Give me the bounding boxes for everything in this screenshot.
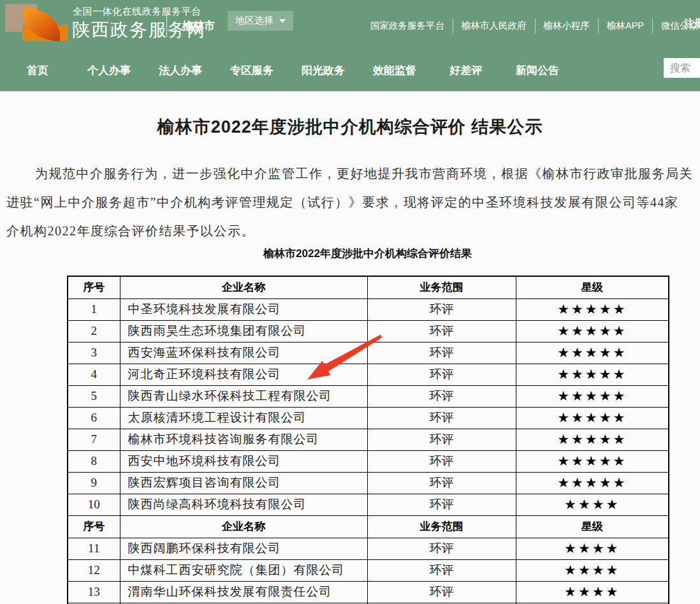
table-row: 13渭南华山环保科技发展有限责任公司环评★★★★ bbox=[68, 581, 669, 603]
column-header: 序号 bbox=[68, 515, 120, 538]
column-header: 企业名称 bbox=[120, 276, 367, 298]
cell-name: 榆林市环境科技咨询服务有限公司 bbox=[120, 429, 367, 450]
table-header-row: 序号企业名称业务范围星级 bbox=[68, 515, 669, 538]
cell-stars: ★★★★★ bbox=[516, 450, 669, 472]
column-header: 业务范围 bbox=[367, 276, 516, 298]
nav-item-7[interactable]: 好差评 bbox=[430, 63, 502, 78]
site-logo[interactable] bbox=[5, 4, 64, 41]
cell-stars: ★★★★ bbox=[516, 581, 669, 603]
cell-no: 5 bbox=[68, 385, 120, 407]
cell-scope: 环评 bbox=[367, 385, 516, 407]
table-row: 3西安海蓝环保科技有限公司环评★★★★★ bbox=[68, 342, 669, 364]
nav-item-6[interactable]: 效能监督 bbox=[359, 63, 430, 78]
cell-no: 12 bbox=[68, 559, 120, 581]
cell-stars: ★★★★★ bbox=[516, 407, 669, 429]
notice-paragraph: 为规范中介服务行为，进一步强化中介监管工作，更好地提升我市营商环境，根据《榆林市… bbox=[6, 159, 700, 246]
table-row: 6太原核清环境工程设计有限公司环评★★★★★ bbox=[68, 407, 669, 429]
evaluation-table: 序号企业名称业务范围星级1中圣环境科技发展有限公司环评★★★★★2陕西雨昊生态环… bbox=[67, 276, 669, 604]
nav-item-8[interactable]: 新闻公告 bbox=[502, 63, 573, 78]
cell-scope: 环评 bbox=[367, 407, 516, 429]
cell-name: 陕西阔鹏环保科技有限公司 bbox=[120, 538, 367, 559]
current-city-label: 榆林市 bbox=[182, 18, 215, 33]
paragraph-line: 介机构2022年度综合评价结果予以公示。 bbox=[6, 217, 700, 246]
cell-name: 中圣环境科技发展有限公司 bbox=[120, 298, 367, 320]
cell-stars: ★★★★★ bbox=[516, 298, 669, 320]
cell-no: 13 bbox=[68, 581, 120, 603]
table-row: 9陕西宏辉项目咨询有限公司环评★★★★★ bbox=[68, 472, 669, 494]
cell-no: 11 bbox=[68, 538, 120, 559]
cell-stars: ★★★★ bbox=[516, 559, 669, 581]
column-header: 星级 bbox=[516, 515, 669, 538]
page-title: 榆林市2022年度涉批中介机构综合评价 结果公示 bbox=[0, 115, 700, 138]
cell-no: 1 bbox=[68, 298, 120, 320]
nav-item-5[interactable]: 阳光政务 bbox=[288, 63, 359, 78]
header-links: 国家政务服务平台榆林市人民政府榆林小程序榆林APP微信公众号 bbox=[362, 18, 700, 33]
column-header: 序号 bbox=[68, 276, 120, 298]
nav-item-3[interactable]: 法人办事 bbox=[145, 63, 216, 78]
cell-name: 河北奇正环境科技有限公司 bbox=[120, 364, 367, 385]
cell-no: 4 bbox=[68, 364, 120, 385]
cell-no: 9 bbox=[68, 472, 120, 494]
table-row: 8西安中地环境科技有限公司环评★★★★★ bbox=[68, 450, 669, 472]
cell-name: 西安海蓝环保科技有限公司 bbox=[120, 342, 367, 364]
cell-no: 10 bbox=[68, 494, 120, 515]
cell-scope: 环评 bbox=[367, 450, 516, 472]
table-row: 7榆林市环境科技咨询服务有限公司环评★★★★★ bbox=[68, 429, 669, 450]
cell-scope: 环评 bbox=[367, 581, 516, 603]
column-header: 业务范围 bbox=[367, 515, 516, 538]
cell-stars: ★★★★★ bbox=[516, 429, 669, 450]
register-link[interactable]: 注册 bbox=[684, 17, 700, 31]
cell-name: 陕西青山绿水环保科技工程有限公司 bbox=[120, 385, 367, 407]
cell-stars: ★★★★ bbox=[516, 494, 669, 515]
paragraph-line: 进驻“网上中介服务超市”中介机构考评管理规定（试行）》要求，现将评定的中圣环境科… bbox=[6, 188, 700, 217]
cell-name: 陕西宏辉项目咨询有限公司 bbox=[120, 472, 367, 494]
table-row: 12中煤科工西安研究院（集团）有限公司环评★★★★ bbox=[68, 559, 669, 581]
cell-scope: 环评 bbox=[367, 342, 516, 364]
table-caption: 榆林市2022年度涉批中介机构综合评价结果 bbox=[67, 246, 668, 261]
nav-item-2[interactable]: 个人办事 bbox=[73, 63, 145, 78]
table-row: 5陕西青山绿水环保科技工程有限公司环评★★★★★ bbox=[68, 385, 669, 407]
cell-no: 6 bbox=[68, 407, 120, 429]
cell-scope: 环评 bbox=[367, 320, 516, 342]
chevron-down-icon bbox=[279, 19, 286, 23]
cell-stars: ★★★★★ bbox=[516, 320, 669, 342]
nav-item-4[interactable]: 专区服务 bbox=[216, 63, 288, 78]
header-link[interactable]: 榆林市人民政府 bbox=[453, 18, 536, 33]
cell-name: 陕西雨昊生态环境集团有限公司 bbox=[120, 320, 367, 342]
cell-name: 渭南华山环保科技发展有限责任公司 bbox=[120, 581, 367, 603]
cell-name: 陕西尚绿高科环境科技有限公司 bbox=[120, 494, 367, 515]
table-row: 11陕西阔鹏环保科技有限公司环评★★★★ bbox=[68, 538, 669, 559]
header-link[interactable]: 榆林APP bbox=[599, 18, 653, 33]
header-link[interactable]: 榆林小程序 bbox=[536, 18, 599, 33]
header-divider bbox=[166, 13, 167, 37]
cell-scope: 环评 bbox=[367, 298, 516, 320]
cell-name: 西安中地环境科技有限公司 bbox=[120, 450, 367, 472]
search-box bbox=[664, 58, 700, 78]
cell-no: 3 bbox=[68, 342, 120, 364]
column-header: 星级 bbox=[516, 276, 669, 298]
cell-stars: ★★★★★ bbox=[516, 364, 669, 385]
paragraph-line: 为规范中介服务行为，进一步强化中介监管工作，更好地提升我市营商环境，根据《榆林市… bbox=[6, 159, 700, 188]
platform-tagline: 全国一体化在线政务服务平台 bbox=[73, 6, 201, 18]
table-row: 4河北奇正环境科技有限公司环评★★★★★ bbox=[68, 364, 669, 385]
search-input[interactable] bbox=[664, 58, 700, 78]
site-header: 全国一体化在线政务服务平台 陕西政务服务网 榆林市 地区选择 国家政务服务平台榆… bbox=[0, 0, 700, 91]
cell-no: 8 bbox=[68, 450, 120, 472]
cell-scope: 环评 bbox=[367, 494, 516, 515]
table-header-row: 序号企业名称业务范围星级 bbox=[68, 276, 669, 298]
cell-no: 7 bbox=[68, 429, 120, 450]
main-nav: 首页个人办事法人办事专区服务阳光政务效能监督好差评新闻公告 bbox=[2, 56, 700, 91]
region-selector-label: 地区选择 bbox=[235, 15, 273, 27]
cell-stars: ★★★★★ bbox=[516, 385, 669, 407]
cell-scope: 环评 bbox=[367, 559, 516, 581]
region-selector-button[interactable]: 地区选择 bbox=[228, 11, 293, 31]
cell-stars: ★★★★★ bbox=[516, 472, 669, 494]
header-link[interactable]: 国家政务服务平台 bbox=[362, 18, 453, 33]
column-header: 企业名称 bbox=[120, 515, 367, 538]
cell-scope: 环评 bbox=[367, 364, 516, 385]
cell-name: 中煤科工西安研究院（集团）有限公司 bbox=[120, 559, 367, 581]
cell-scope: 环评 bbox=[367, 472, 516, 494]
nav-item-1[interactable]: 首页 bbox=[2, 63, 73, 78]
cell-stars: ★★★★ bbox=[516, 538, 669, 559]
cell-scope: 环评 bbox=[367, 429, 516, 450]
